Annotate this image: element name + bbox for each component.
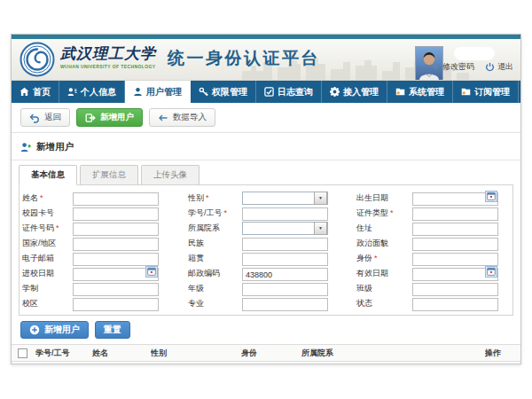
address-label: 住址 [356,223,412,234]
student-id-label: 学号/工号* [188,207,242,219]
app-window: 武汉理工大学 WUHAN UNIVERSITY OF TECHNOLOGY 统一… [11,34,521,364]
form-field-valid-date: 有效日期 [356,266,498,280]
tab-extended-info[interactable]: 扩展信息 [80,165,138,185]
reset-label: 重置 [104,324,121,336]
required-asterisk: * [390,209,394,217]
nav-tab-log-query[interactable]: 日志查询 [256,81,322,103]
table-header-4: 身份 [241,348,301,359]
nav-tab-subscription-management[interactable]: 订阅管理 [453,81,519,103]
section-title: 新增用户 [36,141,74,153]
back-button[interactable]: 返回 [20,108,70,127]
grade-label: 年级 [188,283,242,294]
form-field-campus-card: 校园卡号 [22,206,159,220]
gender-label: 性别* [188,192,242,204]
header-banner: 武汉理工大学 WUHAN UNIVERSITY OF TECHNOLOGY 统一… [12,39,520,81]
student-id-input[interactable] [242,207,328,221]
form-field-grade: 年级 [188,281,328,295]
nav-tab-label: 接入管理 [343,86,379,98]
nav-tab-label: 系统管理 [409,86,444,98]
form-field-birth-date: 出生日期 [356,191,498,205]
required-asterisk: * [56,224,59,232]
user-links: ✎ 修改密码 退出 [430,61,513,73]
university-brand: 武汉理工大学 WUHAN UNIVERSITY OF TECHNOLOGY [60,45,156,69]
form-field-political-status: 政治面貌 [356,236,498,250]
form-field-name: 姓名* [22,191,159,205]
nav-tab-label: 订阅管理 [474,86,510,98]
gender-select[interactable]: ▼ [242,192,328,205]
name-label: 姓名* [22,192,73,204]
study-length-label: 学制 [22,283,73,294]
subscribe-icon [461,87,471,97]
nav-tab-system-management[interactable]: 系统管理 [387,81,453,103]
main-nav: 首页个人信息用户管理权限管理日志查询接入管理系统管理订阅管理 [12,81,520,103]
tab-basic-info[interactable]: 基本信息 [19,165,77,185]
tab-upload-avatar[interactable]: 上传头像 [141,165,200,185]
nav-tab-home[interactable]: 首页 [12,81,59,103]
form-field-email: 电子邮箱 [22,251,159,265]
logout-link[interactable]: 退出 [485,61,513,73]
form-tabs: 基本信息扩展信息上传头像 [12,165,520,185]
class-label: 班级 [356,283,412,294]
cloud-graphic [454,47,495,60]
campus-input[interactable] [73,298,159,311]
table-header-1: 学号/工号 [35,348,92,359]
form-field-gender: 性别*▼ [188,191,328,205]
person-add-icon [20,142,32,153]
page-title: 统一身份认证平台 [168,47,320,70]
data-import-button[interactable]: 数据导入 [149,108,215,127]
gender-dropdown-button[interactable]: ▼ [314,192,327,205]
entry-date-calendar-button[interactable] [145,266,158,278]
form-field-country-region: 国家/地区 [22,236,159,250]
form-field-major: 专业 [188,296,328,310]
log-icon [264,87,274,97]
id-number-label: 证件号码* [22,223,73,234]
form-field-status: 状态 [356,296,498,310]
birth-date-label: 出生日期 [356,192,412,204]
add-user-toolbar-button[interactable]: 新增用户 [76,108,143,127]
email-label: 电子邮箱 [22,253,73,264]
nav-tab-personal-info[interactable]: 个人信息 [59,81,125,103]
form-field-native-place: 籍贯 [188,251,328,265]
back-label: 返回 [44,112,61,123]
university-logo-icon [20,42,55,77]
nav-tab-user-management[interactable]: 用户管理 [125,81,191,103]
entry-date-label: 进校日期 [22,268,73,279]
content-area: 返回 新增用户 数据导入 新增用户 基本信息扩展信息上传头像 姓名*校园卡号证件… [12,103,520,362]
required-asterisk: * [374,254,378,262]
reset-button[interactable]: 重置 [95,321,130,339]
power-icon [485,62,495,72]
form-field-id-number: 证件号码* [22,221,159,235]
key-icon [199,87,208,97]
major-input[interactable] [242,298,328,311]
country-region-label: 国家/地区 [22,238,73,249]
political-status-label: 政治面貌 [356,238,412,249]
form-actions: 新增用户 重置 [20,321,512,339]
campus-card-label: 校园卡号 [22,207,73,219]
submit-add-user-button[interactable]: 新增用户 [20,321,89,339]
department-dropdown-button[interactable]: ▼ [314,222,327,235]
status-input[interactable] [412,298,498,311]
select-all-checkbox[interactable] [18,348,27,358]
users-icon [133,87,143,97]
nav-tab-access-management[interactable]: 接入管理 [322,81,387,103]
major-label: 专业 [188,298,242,309]
form-container: 姓名*校园卡号证件号码*国家/地区电子邮箱进校日期学制校区性别*▼学号/工号*所… [19,184,513,316]
native-place-label: 籍贯 [188,253,242,264]
department-select[interactable]: ▼ [242,222,328,235]
required-asterisk: * [40,194,43,202]
back-icon [29,113,40,123]
valid-date-label: 有效日期 [356,268,412,279]
valid-date-calendar-button[interactable] [485,266,497,278]
nav-tab-permission-management[interactable]: 权限管理 [191,81,256,103]
submit-label: 新增用户 [44,324,80,336]
add-user-toolbar-label: 新增用户 [100,112,134,123]
change-password-link[interactable]: ✎ 修改密码 [430,61,474,73]
logout-label: 退出 [497,61,513,73]
required-asterisk: * [206,194,209,202]
form-field-department: 所属院系▼ [188,221,328,235]
form-field-identity: 身份* [356,251,498,265]
form-field-postal-code: 邮政编码 [188,266,328,280]
add-user-icon [85,113,96,123]
birth-date-calendar-button[interactable] [485,191,497,202]
id-type-label: 证件类型* [356,207,412,219]
